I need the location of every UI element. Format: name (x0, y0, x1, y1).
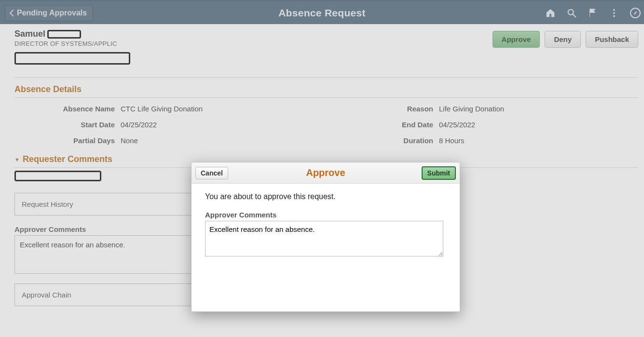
submit-button[interactable]: Submit (422, 166, 456, 180)
modal-footer-space (192, 270, 460, 311)
modal-comments-label: Approver Comments (205, 211, 446, 219)
modal-title: Approve (192, 167, 460, 178)
modal-message: You are about to approve this request. (205, 192, 446, 201)
modal-body: You are about to approve this request. A… (192, 184, 460, 270)
approve-modal: Cancel Approve Submit You are about to a… (191, 162, 460, 312)
approver-comments-input[interactable] (205, 221, 443, 256)
modal-header: Cancel Approve Submit (192, 162, 460, 184)
cancel-button[interactable]: Cancel (195, 167, 228, 179)
